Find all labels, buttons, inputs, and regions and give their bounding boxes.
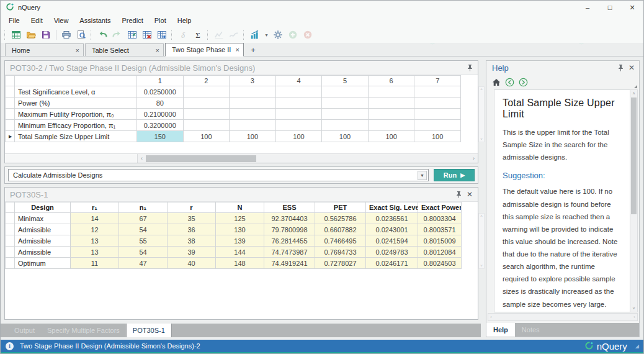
scroll-right-icon[interactable]: › bbox=[470, 155, 478, 161]
bottom-tab-output[interactable]: Output bbox=[8, 324, 41, 337]
cell[interactable]: 0.0241594 bbox=[366, 235, 418, 247]
cell[interactable] bbox=[183, 86, 230, 98]
cell[interactable]: Minimax bbox=[15, 213, 71, 224]
open-file-icon[interactable] bbox=[24, 28, 38, 42]
row-selector[interactable] bbox=[6, 224, 15, 235]
toolbar-grip[interactable] bbox=[243, 30, 246, 40]
print-preview-icon[interactable] bbox=[74, 28, 89, 42]
new-tab-button[interactable]: + bbox=[245, 43, 261, 56]
column-header-3[interactable]: 3 bbox=[230, 76, 276, 86]
cell[interactable] bbox=[414, 98, 461, 109]
cell[interactable] bbox=[275, 86, 322, 98]
cell[interactable]: Admissible bbox=[15, 235, 71, 247]
column-header-n[interactable]: N bbox=[216, 202, 264, 213]
forward-icon[interactable] bbox=[519, 78, 528, 87]
cell[interactable] bbox=[414, 109, 461, 120]
close-button[interactable]: ✕ bbox=[621, 1, 643, 14]
resize-grip-icon[interactable] bbox=[634, 85, 637, 88]
cell[interactable]: 54 bbox=[119, 247, 168, 258]
cell[interactable]: 80 bbox=[137, 98, 184, 109]
resize-grip-icon[interactable]: ◢ bbox=[635, 343, 640, 349]
scrollbar-thumb[interactable] bbox=[146, 155, 256, 162]
chevron-down-icon[interactable]: ▼ bbox=[418, 171, 427, 180]
design-horizontal-scrollbar[interactable]: ‹ › bbox=[138, 154, 478, 163]
cell[interactable] bbox=[230, 98, 276, 109]
cell[interactable] bbox=[368, 109, 414, 120]
pin-icon[interactable] bbox=[456, 191, 462, 198]
cell[interactable]: 0.7278027 bbox=[315, 258, 366, 269]
close-panel-icon[interactable]: ✕ bbox=[628, 64, 635, 71]
cell[interactable]: 0.8003304 bbox=[418, 213, 462, 224]
cell[interactable]: 0.0250000 bbox=[137, 86, 184, 98]
pin-icon[interactable] bbox=[467, 65, 473, 71]
save-icon[interactable] bbox=[38, 28, 53, 42]
column-header-r[interactable]: r₁ bbox=[71, 202, 119, 213]
row-selector[interactable] bbox=[6, 109, 15, 120]
cell[interactable]: 144 bbox=[216, 247, 264, 258]
tab-close-icon[interactable]: × bbox=[233, 46, 239, 53]
column-header-exact-sig-level[interactable]: Exact Sig. Level bbox=[366, 202, 418, 213]
toolbar-grip[interactable] bbox=[171, 30, 174, 40]
cell[interactable]: 79.7800998 bbox=[264, 224, 315, 235]
cell[interactable] bbox=[414, 120, 461, 131]
cell[interactable]: 0.7466495 bbox=[315, 235, 366, 247]
cell[interactable] bbox=[414, 86, 461, 98]
row-selector[interactable] bbox=[6, 98, 15, 109]
tab-two-stage-phase-ii-de[interactable]: Two Stage Phase II De...× bbox=[165, 43, 244, 57]
cell[interactable]: 0.7694733 bbox=[315, 247, 366, 258]
cell[interactable] bbox=[368, 86, 414, 98]
cell[interactable]: 38 bbox=[168, 235, 216, 247]
column-header-r[interactable]: r bbox=[168, 202, 216, 213]
close-panel-icon[interactable]: ✕ bbox=[467, 191, 473, 198]
scroll-up-icon[interactable]: ˄ bbox=[632, 90, 635, 97]
print-icon[interactable] bbox=[59, 28, 74, 42]
cell[interactable]: 74.7473987 bbox=[264, 247, 315, 258]
column-header-7[interactable]: 7 bbox=[414, 76, 461, 86]
column-header-6[interactable]: 6 bbox=[368, 76, 414, 86]
cell[interactable] bbox=[275, 98, 322, 109]
cell[interactable]: 100 bbox=[322, 131, 369, 142]
row-selector[interactable]: ▶ bbox=[6, 131, 15, 142]
column-header-exact-power[interactable]: Exact Power bbox=[418, 202, 462, 213]
cell[interactable]: 0.2100000 bbox=[137, 109, 184, 120]
bar-chart-icon[interactable] bbox=[248, 28, 262, 42]
cell[interactable]: 100 bbox=[414, 131, 461, 142]
column-header-n[interactable]: n₁ bbox=[119, 202, 168, 213]
cell[interactable] bbox=[322, 98, 369, 109]
tab-close-icon[interactable]: × bbox=[73, 47, 79, 54]
row-selector[interactable] bbox=[6, 213, 15, 224]
cell[interactable] bbox=[322, 109, 369, 120]
sigma-icon[interactable]: Σ bbox=[190, 28, 205, 42]
help-tab-notes[interactable]: Notes bbox=[515, 323, 547, 337]
help-horizontal-scrollbar[interactable]: ‹ › bbox=[488, 313, 638, 321]
cell[interactable]: 39 bbox=[168, 247, 216, 258]
cell[interactable]: 125 bbox=[216, 213, 264, 224]
cell[interactable]: 0.0246171 bbox=[366, 258, 418, 269]
tab-table-select[interactable]: Table Select× bbox=[85, 43, 164, 56]
cell[interactable]: 100 bbox=[275, 131, 322, 142]
column-header-ess[interactable]: ESS bbox=[264, 202, 315, 213]
cell[interactable]: 35 bbox=[168, 213, 216, 224]
help-tab-help[interactable]: Help bbox=[486, 323, 515, 337]
menu-predict[interactable]: Predict bbox=[117, 15, 149, 26]
column-header-2[interactable]: 2 bbox=[183, 76, 230, 86]
column-header-design[interactable]: Design bbox=[15, 202, 71, 213]
bottom-tab-pot30s-1[interactable]: POT30S-1 bbox=[126, 324, 172, 337]
cell[interactable] bbox=[368, 120, 414, 131]
cell[interactable]: 100 bbox=[230, 131, 276, 142]
cell[interactable]: 0.3200000 bbox=[137, 120, 184, 131]
cell[interactable] bbox=[183, 120, 230, 131]
cell[interactable]: 92.3704403 bbox=[264, 213, 315, 224]
tab-home[interactable]: Home× bbox=[5, 43, 84, 56]
cell[interactable]: 40 bbox=[168, 258, 216, 269]
scrollbar-thumb[interactable] bbox=[631, 98, 637, 214]
undo-icon[interactable] bbox=[95, 28, 110, 42]
cell[interactable]: 0.8012084 bbox=[418, 247, 462, 258]
cell[interactable]: 67 bbox=[119, 213, 168, 224]
column-header-4[interactable]: 4 bbox=[275, 76, 322, 86]
insert-column-icon[interactable] bbox=[125, 28, 140, 42]
cell[interactable] bbox=[183, 109, 230, 120]
cell[interactable]: 130 bbox=[216, 224, 264, 235]
cell[interactable]: 74.4919241 bbox=[264, 258, 315, 269]
menu-plot[interactable]: Plot bbox=[149, 15, 172, 26]
